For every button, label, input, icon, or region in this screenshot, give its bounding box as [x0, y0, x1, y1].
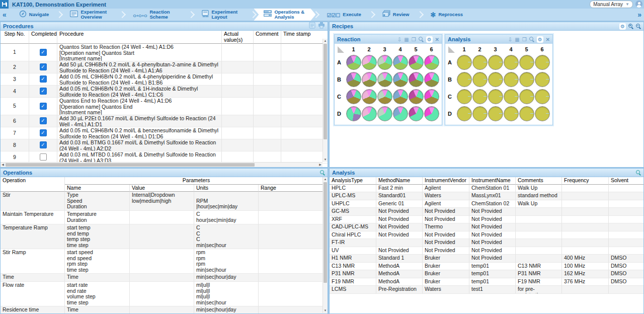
nav-item-experiment-overview[interactable]: Experiment Overview — [60, 9, 122, 21]
nav-scroll-left-icon[interactable]: « — [0, 9, 9, 21]
well-C4[interactable] — [393, 89, 408, 104]
plate-row-label[interactable]: D — [447, 105, 456, 122]
settings-icon[interactable]: ⚙ — [426, 36, 433, 43]
plate-column-label[interactable]: 1 — [456, 45, 472, 54]
plate-column-label[interactable]: 2 — [361, 45, 377, 54]
plate-row-label[interactable]: A — [336, 54, 346, 71]
checkbox-checked[interactable]: ✓ — [40, 129, 47, 136]
well-A5[interactable] — [519, 55, 534, 70]
well-C1[interactable] — [346, 89, 361, 104]
well-B6[interactable] — [424, 72, 439, 87]
well-C4[interactable] — [504, 89, 519, 104]
well-B6[interactable] — [535, 72, 550, 87]
well-A3[interactable] — [377, 55, 392, 70]
plate-column-label[interactable]: 5 — [408, 45, 424, 54]
well-D1[interactable] — [457, 106, 472, 121]
download-icon[interactable]: ⇩ — [508, 37, 512, 42]
well-B5[interactable] — [519, 72, 534, 87]
nav-item-review[interactable]: Review — [372, 9, 420, 21]
well-A3[interactable] — [488, 55, 503, 70]
well-A2[interactable] — [472, 55, 488, 70]
checkbox-checked[interactable]: ✓ — [40, 49, 47, 56]
print-icon[interactable] — [318, 22, 325, 31]
well-B3[interactable] — [488, 72, 503, 87]
plate-row-label[interactable]: A — [447, 54, 456, 71]
well-A4[interactable] — [393, 55, 408, 70]
checkbox-checked[interactable]: ✓ — [40, 103, 47, 110]
copy-icon[interactable]: ❐ — [522, 37, 527, 42]
nav-item-experiment-layout[interactable]: Experiment Layout — [192, 9, 253, 21]
close-icon[interactable]: ✕ — [546, 37, 550, 42]
well-C5[interactable] — [409, 89, 424, 104]
well-C6[interactable] — [535, 89, 550, 104]
zoom-out-icon[interactable]: − — [636, 24, 641, 29]
plate-column-label[interactable]: 2 — [472, 45, 488, 54]
plate-column-label[interactable]: 3 — [377, 45, 392, 54]
well-B1[interactable] — [346, 72, 361, 87]
nav-item-navigate[interactable]: Navigate — [9, 9, 59, 21]
procedures-vscrollbar[interactable]: ▲ ▼ — [323, 39, 328, 162]
well-A6[interactable] — [424, 55, 439, 70]
plate-corner[interactable] — [336, 45, 346, 54]
plate-corner[interactable] — [447, 45, 456, 54]
operations-vscrollbar[interactable]: ▲ ▼ — [323, 177, 328, 313]
well-B3[interactable] — [377, 72, 392, 87]
well-D2[interactable] — [472, 106, 488, 121]
plate-column-label[interactable]: 6 — [424, 45, 439, 54]
scroll-up-icon[interactable]: ▲ — [323, 39, 328, 43]
scroll-thumb[interactable] — [324, 44, 327, 139]
plate-column-label[interactable]: 5 — [519, 45, 534, 54]
well-C5[interactable] — [519, 89, 534, 104]
well-C6[interactable] — [424, 89, 439, 104]
search-icon[interactable] — [320, 170, 325, 175]
well-D2[interactable] — [362, 106, 377, 121]
well-C3[interactable] — [488, 89, 503, 104]
plate-row-label[interactable]: C — [336, 88, 346, 105]
plate-row-label[interactable]: B — [336, 71, 346, 88]
scroll-down-icon[interactable]: ▼ — [323, 158, 328, 162]
well-A1[interactable] — [346, 55, 361, 70]
well-A1[interactable] — [457, 55, 472, 70]
scroll-up-icon[interactable]: ▲ — [323, 177, 328, 182]
well-D5[interactable] — [519, 106, 534, 121]
procedures-hscrollbar[interactable]: ◀ ▶ — [1, 162, 323, 167]
settings-icon[interactable]: ⚙ — [619, 23, 626, 30]
well-D6[interactable] — [424, 106, 439, 121]
nav-item-reaction-scheme[interactable]: O+O+OReaction Scheme — [123, 9, 191, 21]
plate-column-label[interactable]: 6 — [534, 45, 550, 54]
nav-item-reprocess[interactable]: ✻Reprocess — [421, 9, 473, 21]
well-B4[interactable] — [504, 72, 519, 87]
well-C2[interactable] — [362, 89, 377, 104]
nav-item-operations-analysis[interactable]: Operations & Analysis — [254, 9, 315, 21]
scroll-thumb[interactable] — [324, 182, 327, 283]
save-icon[interactable] — [0, 0, 9, 9]
close-icon[interactable]: ✕ — [435, 37, 439, 42]
plate-column-label[interactable]: 4 — [503, 45, 519, 54]
plate-row-label[interactable]: B — [447, 71, 456, 88]
well-A6[interactable] — [535, 55, 550, 70]
zoom-in-icon[interactable]: + — [628, 24, 633, 29]
checkbox-unchecked[interactable] — [40, 153, 47, 161]
columns-icon[interactable]: ▦ — [404, 37, 409, 42]
search-icon[interactable] — [419, 37, 424, 42]
nav-item-execute[interactable]: ☑☑☐Execute — [316, 9, 371, 21]
plate-column-label[interactable]: 4 — [392, 45, 408, 54]
checkbox-checked[interactable]: ✓ — [40, 88, 47, 95]
well-D3[interactable] — [377, 106, 392, 121]
scroll-down-icon[interactable]: ▼ — [323, 308, 328, 313]
well-B2[interactable] — [362, 72, 377, 87]
well-B4[interactable] — [393, 72, 408, 87]
well-D6[interactable] — [535, 106, 550, 121]
well-D3[interactable] — [488, 106, 503, 121]
well-D1[interactable] — [346, 106, 361, 121]
well-C1[interactable] — [457, 89, 472, 104]
scroll-right-icon[interactable]: ▶ — [318, 163, 323, 167]
plate-column-label[interactable]: 3 — [488, 45, 503, 54]
scroll-thumb[interactable] — [6, 163, 255, 167]
search-icon[interactable] — [636, 170, 641, 175]
well-D5[interactable] — [409, 106, 424, 121]
well-B1[interactable] — [457, 72, 472, 87]
copy-icon[interactable]: ❐ — [412, 37, 416, 42]
columns-icon[interactable]: ▦ — [515, 37, 519, 42]
checkbox-checked[interactable]: ✓ — [40, 63, 47, 70]
